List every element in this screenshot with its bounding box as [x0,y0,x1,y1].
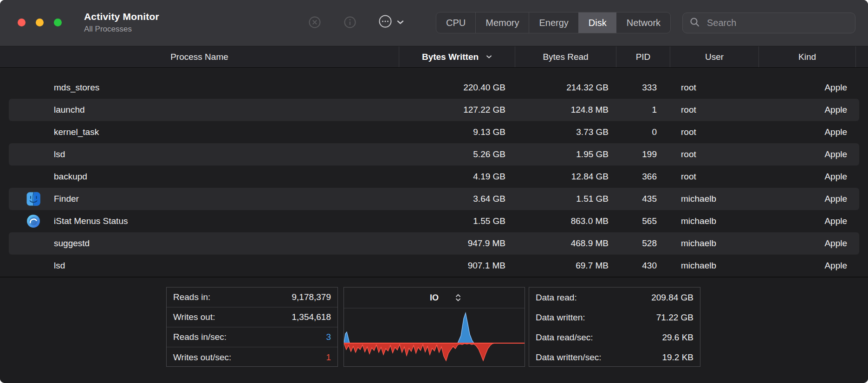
data-stats-box: Data read: 209.84 GB Data written: 71.22… [529,287,700,367]
zoom-button[interactable] [54,19,62,26]
stat-label: Data written/sec: [536,352,602,363]
table-row[interactable]: kernel_task 9.13 GB 3.73 GB 0 root Apple [0,121,868,143]
io-history-graph [344,308,525,366]
table-row[interactable]: suggestd 947.9 MB 468.9 MB 528 michaelb … [0,232,868,255]
process-name: lsd [54,261,65,271]
stat-row: Data read/sec: 29.6 KB [529,327,700,347]
istat-menus-app-icon [26,214,40,228]
process-name: launchd [54,105,85,115]
chart-title: IO [430,293,439,303]
table-row[interactable]: mds_stores 220.40 GB 214.32 GB 333 root … [0,77,868,99]
stat-row: Writes out/sec: 1 [167,347,337,367]
cell-kind: Apple [758,255,855,277]
stat-value: 29.6 KB [662,332,693,343]
table-row[interactable]: backupd 4.19 GB 12.84 GB 366 root Apple [0,166,868,188]
cell-bytes-read: 1.95 GB [515,143,616,166]
cell-bytes-written: 220.40 GB [399,77,515,99]
minimize-button[interactable] [36,19,44,26]
process-name: mds_stores [54,83,99,93]
column-header-bytes-written[interactable]: Bytes Written [399,46,515,67]
inspect-process-button[interactable] [341,13,359,32]
sort-descending-icon [486,55,492,59]
process-name: Finder [54,194,79,204]
tab-cpu[interactable]: CPU [436,13,475,33]
process-name: suggestd [54,238,90,249]
tab-energy[interactable]: Energy [529,13,578,33]
stat-value: 209.84 GB [651,293,693,303]
stat-label: Data read: [536,293,577,303]
cell-bytes-read: 12.84 GB [515,166,616,188]
stat-label: Writes out: [173,312,215,322]
view-segmented-control: CPU Memory Energy Disk Network [436,12,671,33]
io-chart-box: IO [343,287,525,367]
column-header-pid[interactable]: PID [616,46,670,67]
process-name: backupd [54,172,87,182]
cell-pid: 366 [616,166,670,188]
table-row[interactable]: lsd 5.26 GB 1.95 GB 199 root Apple [0,143,868,166]
io-stats-box: Reads in: 9,178,379 Writes out: 1,354,61… [166,287,338,367]
cell-user: michaelb [670,210,758,232]
more-options-button[interactable] [378,14,404,31]
cell-pid: 333 [616,77,670,99]
quit-process-button[interactable] [305,13,324,32]
cell-bytes-written: 4.19 GB [399,166,515,188]
process-icon-blank [26,259,40,273]
process-table: mds_stores 220.40 GB 214.32 GB 333 root … [0,68,868,277]
table-header: Process Name Bytes Written Bytes Read PI… [0,46,868,68]
table-row[interactable]: lsd 907.1 MB 69.7 MB 430 michaelb Apple [0,255,868,277]
stat-label: Writes out/sec: [173,352,231,363]
cell-bytes-read: 124.8 MB [515,99,616,121]
search-input[interactable] [706,17,849,29]
stat-row: Data read: 209.84 GB [529,287,700,307]
chart-type-popup[interactable]: IO [344,287,525,308]
cell-user: root [670,166,758,188]
chevron-up-down-icon [455,294,461,302]
cell-bytes-read: 468.9 MB [515,232,616,255]
cell-pid: 1 [616,99,670,121]
column-header-process-name[interactable]: Process Name [0,46,399,67]
table-row[interactable]: launchd 127.22 GB 124.8 MB 1 root Apple [0,99,868,121]
disk-summary-panel: Reads in: 9,178,379 Writes out: 1,354,61… [0,277,868,383]
process-name: lsd [54,149,65,160]
cell-kind: Apple [758,232,855,255]
tab-network[interactable]: Network [616,13,670,33]
cell-kind: Apple [758,121,855,143]
stat-value: 1,354,618 [291,312,331,322]
search-field[interactable] [682,13,855,33]
x-circle-icon [308,15,322,29]
process-icon-blank [26,236,40,250]
process-icon-blank [26,125,40,139]
stat-label: Reads in: [173,292,210,302]
cell-kind: Apple [758,166,855,188]
column-header-bytes-read[interactable]: Bytes Read [515,46,616,67]
tab-disk[interactable]: Disk [578,13,616,33]
cell-bytes-read: 214.32 GB [515,77,616,99]
cell-bytes-written: 127.22 GB [399,99,515,121]
cell-user: michaelb [670,232,758,255]
stat-value: 71.22 GB [656,313,693,323]
stat-row: Reads in: 9,178,379 [167,287,337,307]
window-titles: Activity Monitor All Processes [84,11,159,34]
stat-row: Reads in/sec: 3 [167,327,337,347]
close-button[interactable] [18,19,26,26]
stat-row: Data written: 71.22 GB [529,307,700,327]
cell-kind: Apple [758,188,855,210]
reads-area-series [344,313,525,343]
cell-user: root [670,77,758,99]
cell-kind: Apple [758,143,855,166]
cell-bytes-written: 9.13 GB [399,121,515,143]
column-header-user[interactable]: User [670,46,758,67]
tab-memory[interactable]: Memory [475,13,529,33]
table-row[interactable]: iStat Menus Status 1.55 GB 863.0 MB 565 … [0,210,868,232]
column-header-kind[interactable]: Kind [758,46,855,67]
process-icon-blank [26,170,40,184]
stat-row: Writes out: 1,354,618 [167,307,337,327]
stat-label: Data read/sec: [536,332,593,343]
table-row[interactable]: Finder 3.64 GB 1.51 GB 435 michaelb Appl… [0,188,868,210]
cell-pid: 0 [616,121,670,143]
cell-bytes-written: 5.26 GB [399,143,515,166]
cell-bytes-read: 3.73 GB [515,121,616,143]
cell-bytes-written: 1.55 GB [399,210,515,232]
cell-user: root [670,121,758,143]
activity-monitor-window: Activity Monitor All Processes [0,0,868,383]
